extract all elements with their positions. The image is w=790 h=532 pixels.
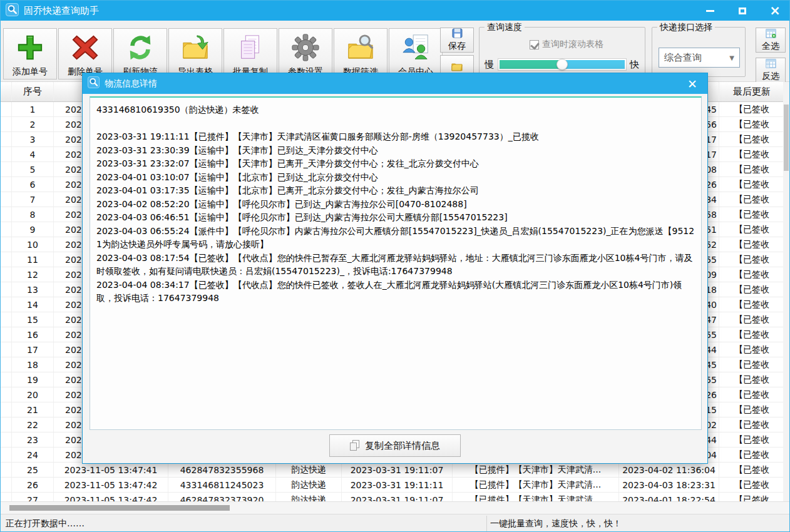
last-update-time-cell: 2023-04-01 18:22:54 [619, 493, 719, 501]
row-selector-cell[interactable] [1, 282, 12, 297]
table-row[interactable]: 26 2023-11-05 13:47:42 433146811245023 韵… [1, 478, 784, 493]
close-button[interactable]: × [767, 4, 783, 18]
status-cell: 【已签收 [719, 478, 784, 492]
seq-cell: 12 [12, 267, 54, 282]
status-cell: 【已签收 [719, 102, 784, 116]
row-selector-cell[interactable] [1, 402, 12, 417]
scroll-while-query-checkbox[interactable]: 查询时滚动表格 [530, 39, 603, 50]
row-selector-cell[interactable] [1, 448, 12, 462]
refresh-logistics-button[interactable]: 刷新物流 [113, 28, 167, 79]
query-speed-title: 查询速度 [485, 22, 525, 33]
x-mark-icon [71, 29, 100, 66]
row-selector-cell[interactable] [1, 102, 12, 116]
delete-numbers-button[interactable]: 删除单号 [58, 28, 112, 79]
row-selector-cell[interactable] [1, 237, 12, 252]
row-selector-cell[interactable] [1, 207, 12, 222]
row-selector-cell[interactable] [1, 132, 12, 146]
seq-cell: 9 [12, 222, 54, 237]
row-selector-cell[interactable] [1, 117, 12, 131]
dialog-titlebar: 物流信息详情 ✕ [83, 73, 707, 94]
logistics-cell: 【已揽件】【天津市】天津武清... [453, 463, 619, 477]
seq-cell: 6 [12, 177, 54, 192]
row-selector-cell[interactable] [1, 357, 12, 372]
dialog-line [96, 117, 695, 131]
seq-cell: 17 [12, 342, 54, 357]
folder-search-icon [346, 29, 375, 66]
row-selector-cell[interactable] [1, 327, 12, 342]
first-scan-cell: 2023-03-31 19:11:07 [342, 493, 453, 501]
dialog-text[interactable]: 433146810619350（韵达快递）未签收2023-03-31 19:11… [90, 96, 702, 430]
minimize-button[interactable] [702, 4, 718, 18]
add-numbers-button[interactable]: 添加单号 [3, 28, 57, 79]
api-select-dropdown[interactable]: 综合查询 ▼ [659, 48, 740, 68]
horizontal-scrollbar[interactable] [1, 501, 790, 514]
row-selector-cell[interactable] [1, 147, 12, 161]
express-api-title: 快递接口选择 [657, 22, 715, 33]
row-selector-cell[interactable] [1, 432, 12, 447]
row-selector-cell[interactable] [1, 417, 12, 432]
row-selector-cell[interactable] [1, 372, 12, 387]
first-scan-cell: 2023-03-31 19:11:11 [342, 478, 453, 492]
row-selector-cell[interactable] [1, 177, 12, 192]
dialog-line: 2023-03-31 23:30:39【运输中】【天津市】已到达_天津分拨交付中… [96, 144, 695, 158]
data-filter-button[interactable]: 数据筛选 [334, 28, 387, 79]
seq-cell: 11 [12, 252, 54, 267]
checkbox-check-icon [530, 40, 539, 49]
row-selector-cell[interactable] [1, 387, 12, 402]
copy-all-details-button[interactable]: 复制全部详情信息 [329, 434, 461, 457]
maximize-button[interactable] [734, 4, 751, 18]
seq-cell: 20 [12, 387, 54, 402]
row-selector-cell[interactable] [1, 342, 12, 357]
save-button[interactable]: 保存 [440, 28, 474, 53]
invert-select-button[interactable]: 反选 [756, 58, 786, 83]
row-selector-cell[interactable] [1, 192, 12, 207]
row-selector-cell[interactable] [1, 162, 12, 176]
vertical-scrollbar-thumb[interactable] [784, 105, 789, 171]
save-icon [452, 28, 463, 40]
window-title: 固乔快递查询助手 [24, 5, 99, 17]
seq-cell: 15 [12, 312, 54, 327]
select-all-button[interactable]: 全选 [756, 28, 786, 53]
row-selector-cell[interactable] [1, 267, 12, 282]
status-cell: 【已签收 [719, 192, 784, 207]
dialog-close-icon[interactable]: ✕ [685, 76, 700, 91]
seq-cell: 7 [12, 192, 54, 207]
dialog-line: 2023-04-01 03:17:35【运输中】【北京市】已离开_北京分拨交付中… [96, 184, 695, 198]
dialog-line: 2023-04-04 08:34:17【已签收】【代收点】您的快件已签收，签收人… [96, 279, 695, 305]
horizontal-scrollbar-thumb[interactable] [9, 505, 230, 511]
users-icon [401, 29, 430, 66]
row-selector-cell[interactable] [1, 312, 12, 327]
export-table-button[interactable]: 导出表格 [168, 28, 222, 79]
status-cell: 【已签收 [719, 147, 784, 161]
copy-pages-icon [236, 29, 265, 66]
member-center-button[interactable]: 会员中心 [389, 28, 443, 79]
chevron-down-icon: ▼ [729, 54, 734, 61]
slider-thumb[interactable] [557, 59, 568, 70]
logistics-cell: 【已揽件】【天津市】天津武清... [453, 493, 619, 501]
row-selector-header[interactable] [1, 82, 12, 101]
status-cell: 【已签收 [719, 267, 784, 282]
row-selector-cell[interactable] [1, 478, 12, 492]
seq-cell: 27 [12, 493, 54, 501]
app-window: 固乔快递查询助手 × 添加单号 删除单号 刷新物流 [0, 0, 790, 532]
seq-cell: 5 [12, 162, 54, 176]
app-logo-magnifier-icon [6, 3, 19, 19]
table-row[interactable]: 25 2023-11-05 13:47:41 462847832355968 韵… [1, 463, 784, 478]
seq-cell: 18 [12, 357, 54, 372]
row-selector-cell[interactable] [1, 463, 12, 477]
row-selector-cell[interactable] [1, 222, 12, 237]
settings-button[interactable]: 参数设置 [279, 28, 332, 79]
last-update-column-header[interactable]: 最后更新 [719, 82, 784, 101]
seq-column-header[interactable]: 序号 [12, 82, 54, 101]
row-selector-cell[interactable] [1, 493, 12, 501]
batch-copy-button[interactable]: 批量复制 [223, 28, 277, 79]
speed-slider[interactable] [498, 59, 626, 70]
vertical-scrollbar[interactable] [783, 82, 789, 501]
row-selector-cell[interactable] [1, 252, 12, 267]
status-cell: 【已签收 [719, 342, 784, 357]
query-time-cell: 2023-11-05 13:47:42 [54, 478, 168, 492]
status-cell: 【已签收 [719, 222, 784, 237]
table-row[interactable]: 27 2023-11-05 13:47:42 462847832373920 韵… [1, 493, 784, 501]
row-selector-cell[interactable] [1, 297, 12, 312]
logistics-detail-dialog: 物流信息详情 ✕ 433146810619350（韵达快递）未签收2023-03… [82, 73, 708, 464]
